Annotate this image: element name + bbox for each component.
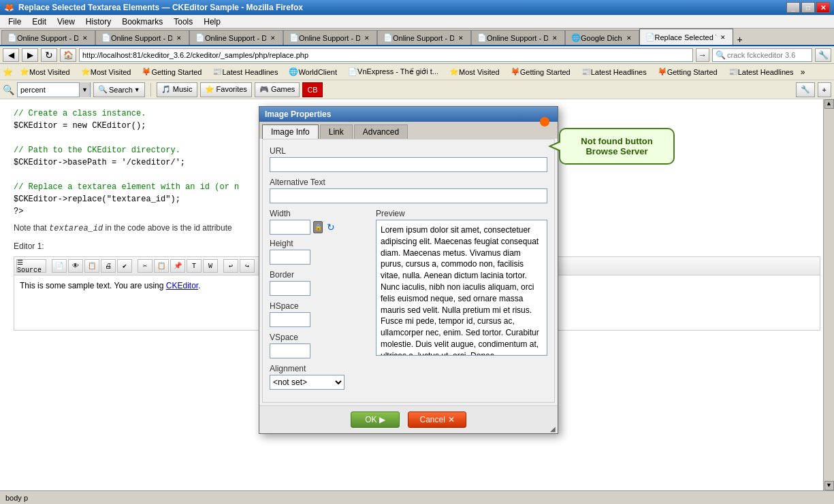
browser-tab-6[interactable]: 📄 Online Support - Do... ✕ bbox=[471, 30, 565, 45]
toolbar-source[interactable]: ☰ Source bbox=[16, 259, 46, 273]
bookmark-worldclient[interactable]: 🌐WorldClient bbox=[285, 66, 341, 78]
toolbar-cut[interactable]: ✂ bbox=[138, 259, 153, 273]
browser-tab-4[interactable]: 📄 Online Support - Do... ✕ bbox=[283, 30, 377, 45]
bookmark-latest-headlines[interactable]: 📰Latest Headlines bbox=[208, 66, 282, 78]
dialog-tab-advanced[interactable]: Advanced bbox=[354, 124, 408, 139]
back-button[interactable]: ◀ bbox=[3, 48, 19, 62]
toolbar-pastetext[interactable]: T bbox=[187, 259, 202, 273]
titlebar-icon: 🦊 bbox=[4, 3, 14, 12]
cancel-x-icon: ✕ bbox=[448, 415, 455, 424]
search-button[interactable]: 🔍 Search ▼ bbox=[93, 82, 145, 97]
bookmark-getting-started-2[interactable]: 🦊Getting Started bbox=[507, 66, 575, 78]
dialog-tab-link[interactable]: Link bbox=[320, 124, 353, 139]
bookmarks-more[interactable]: » bbox=[801, 67, 805, 77]
scrollbar-right[interactable]: ▲ ▼ bbox=[823, 99, 834, 490]
find-input[interactable] bbox=[18, 86, 79, 94]
refresh-icon[interactable]: ↻ bbox=[325, 222, 336, 233]
browser-tab-5[interactable]: 📄 Online Support - Do... ✕ bbox=[377, 30, 471, 45]
tab-close-7[interactable]: ✕ bbox=[625, 34, 633, 42]
browser-tab-8[interactable]: 📄 Replace Selected T... ✕ bbox=[639, 29, 733, 45]
scroll-up-button[interactable]: ▲ bbox=[824, 99, 834, 109]
menu-view[interactable]: View bbox=[52, 16, 80, 28]
tab-close-2[interactable]: ✕ bbox=[175, 34, 183, 42]
dialog-tab-imageinfo[interactable]: Image Info bbox=[262, 124, 319, 139]
bookmark-vnexpress[interactable]: 📄VnExpress - Thế giới t... bbox=[344, 66, 443, 78]
vspace-input[interactable] bbox=[270, 343, 310, 358]
toolbar-print[interactable]: 🖨 bbox=[101, 259, 116, 273]
find-dropdown-arrow[interactable]: ▼ bbox=[79, 82, 90, 97]
extend-button[interactable]: + bbox=[818, 82, 831, 97]
forward-button[interactable]: ▶ bbox=[22, 48, 38, 62]
lock-icon[interactable]: 🔒 bbox=[313, 221, 323, 233]
tab-close-6[interactable]: ✕ bbox=[551, 34, 559, 42]
menu-help[interactable]: Help bbox=[198, 16, 226, 28]
toolbar-redo[interactable]: ↪ bbox=[240, 259, 255, 273]
toolbar-spellcheck[interactable]: ✔ bbox=[117, 259, 132, 273]
menu-edit[interactable]: Edit bbox=[27, 16, 52, 28]
dialog-titlebar: Image Properties Not found button Browse… bbox=[259, 107, 558, 122]
go-button[interactable]: → bbox=[696, 48, 709, 62]
dialog-orange-dot bbox=[540, 117, 549, 127]
toolbar-paste[interactable]: 📌 bbox=[170, 259, 185, 273]
border-label: Border bbox=[270, 270, 365, 280]
browser-tab-3[interactable]: 📄 Online Support - Do... ✕ bbox=[189, 30, 283, 45]
bookmark-most-visited-1[interactable]: ⭐Most Visited bbox=[16, 66, 74, 78]
statusbar-text: body p bbox=[5, 494, 28, 502]
ckeditor-link[interactable]: CKEditor bbox=[166, 281, 198, 290]
bookmark-most-visited-3[interactable]: ⭐Most Visited bbox=[445, 66, 504, 78]
search-input[interactable] bbox=[727, 51, 809, 59]
browse-server-tooltip: Not found button Browse Server bbox=[559, 128, 675, 165]
menu-history[interactable]: History bbox=[80, 16, 116, 28]
tab-close-5[interactable]: ✕ bbox=[457, 34, 465, 42]
ok-button[interactable]: OK ▶ bbox=[351, 411, 400, 428]
menu-file[interactable]: File bbox=[3, 16, 27, 28]
new-tab-button[interactable]: + bbox=[733, 34, 747, 45]
tab-close-3[interactable]: ✕ bbox=[269, 34, 277, 42]
menu-tools[interactable]: Tools bbox=[168, 16, 198, 28]
toolbar-pasteword[interactable]: W bbox=[203, 259, 218, 273]
browser-tab-1[interactable]: 📄 Online Support - Do... ✕ bbox=[1, 30, 95, 45]
height-input[interactable] bbox=[270, 250, 310, 265]
favorites-button[interactable]: ⭐ Favorites bbox=[200, 82, 252, 97]
toolbar-newpage[interactable]: 📄 bbox=[52, 259, 67, 273]
bookmark-latest-headlines-3[interactable]: 📰Latest Headlines bbox=[724, 66, 798, 78]
dialog-resize-handle[interactable]: ◢ bbox=[548, 424, 558, 433]
wrench-icon[interactable]: 🔧 bbox=[815, 48, 831, 62]
bookmark-getting-started-3[interactable]: 🦊Getting Started bbox=[654, 66, 722, 78]
wrench-button[interactable]: 🔧 bbox=[796, 82, 815, 97]
hspace-input[interactable] bbox=[270, 312, 310, 327]
browser-tab-2[interactable]: 📄 Online Support - Do... ✕ bbox=[95, 30, 189, 45]
bookmark-icon: 🌐 bbox=[289, 67, 298, 76]
toolbar-copy[interactable]: 📋 bbox=[154, 259, 169, 273]
tab-icon-1: 📄 bbox=[7, 33, 17, 42]
cancel-button[interactable]: Cancel ✕ bbox=[408, 411, 466, 428]
minimize-button[interactable]: _ bbox=[786, 2, 800, 13]
toolbar-preview[interactable]: 👁 bbox=[68, 259, 83, 273]
refresh-button[interactable]: ↻ bbox=[41, 48, 57, 62]
music-button[interactable]: 🎵 Music bbox=[157, 82, 197, 97]
border-input[interactable] bbox=[270, 281, 310, 296]
maximize-button[interactable]: □ bbox=[801, 2, 815, 13]
tab-close-8[interactable]: ✕ bbox=[719, 33, 727, 41]
home-button[interactable]: 🏠 bbox=[60, 48, 76, 62]
browser-tab-7[interactable]: 🌐 Google Dich ✕ bbox=[565, 30, 639, 45]
bookmark-getting-started[interactable]: 🦊Getting Started bbox=[138, 66, 206, 78]
alt-text-row: Alternative Text bbox=[270, 178, 547, 203]
menubar: File Edit View History Bookmarks Tools H… bbox=[0, 15, 834, 29]
games-button[interactable]: 🎮 Games bbox=[255, 82, 300, 97]
close-button[interactable]: ✕ bbox=[816, 2, 830, 13]
toolbar-undo[interactable]: ↩ bbox=[223, 259, 238, 273]
tab-close-1[interactable]: ✕ bbox=[81, 34, 89, 42]
toolbar-templates[interactable]: 📋 bbox=[84, 259, 99, 273]
cb-button[interactable]: CB bbox=[302, 82, 322, 97]
bookmark-most-visited-2[interactable]: ⭐Most Visited bbox=[77, 66, 135, 78]
address-input[interactable] bbox=[79, 48, 693, 62]
tab-close-4[interactable]: ✕ bbox=[363, 34, 371, 42]
scroll-down-button[interactable]: ▼ bbox=[824, 481, 834, 490]
url-input[interactable] bbox=[270, 157, 547, 172]
menu-bookmarks[interactable]: Bookmarks bbox=[116, 16, 168, 28]
alignment-select[interactable]: <not set> Left Right Top Middle Bottom bbox=[270, 375, 344, 390]
alt-text-input[interactable] bbox=[270, 188, 547, 203]
width-input[interactable] bbox=[270, 220, 310, 235]
bookmark-latest-headlines-2[interactable]: 📰Latest Headlines bbox=[577, 66, 651, 78]
